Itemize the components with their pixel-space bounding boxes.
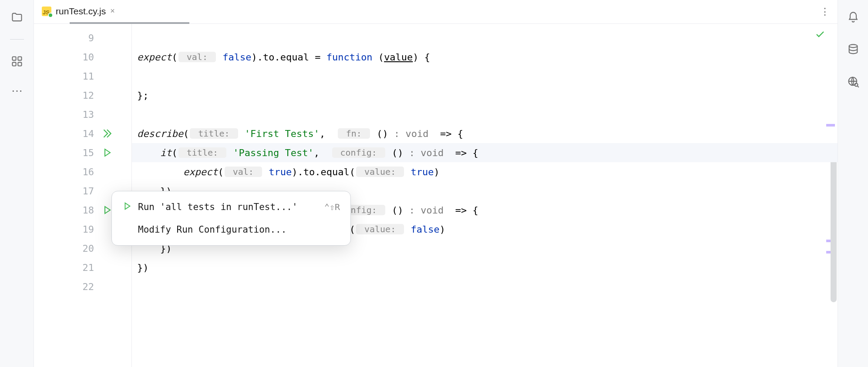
line-number: 9 [34, 33, 98, 43]
svg-rect-3 [18, 62, 21, 66]
menu-item-shortcut: ⌃⇧R [324, 202, 340, 212]
code-line[interactable]: expect( val: true).to.equal( value: true… [132, 162, 838, 181]
tab-more-icon[interactable]: ⋮ [820, 0, 830, 23]
close-icon[interactable]: × [110, 7, 115, 16]
gutter-row: 9 [34, 28, 131, 47]
line-number: 19 [34, 224, 98, 235]
play-icon [122, 224, 132, 235]
database-icon[interactable] [845, 42, 861, 57]
svg-rect-2 [12, 62, 16, 66]
gutter-row: 10 [34, 47, 131, 67]
js-file-icon: JS [42, 7, 51, 16]
gutter-row: 21 [34, 258, 131, 277]
context-menu-item[interactable]: Modify Run Configuration... [112, 218, 350, 241]
gutter-row: 11 [34, 67, 131, 86]
code-line[interactable]: expect( val: false).to.equal = function … [132, 47, 838, 67]
gutter-row: 14 [34, 124, 131, 143]
editor-tab-active[interactable]: JS runTest.cy.js × [34, 0, 123, 23]
web-search-icon[interactable] [845, 74, 861, 90]
run-gutter-icon[interactable] [98, 128, 116, 139]
editor-tabbar: JS runTest.cy.js × ⋮ [34, 0, 838, 24]
folder-icon[interactable] [9, 10, 25, 25]
context-menu-item[interactable]: Run 'all tests in runTest...'⌃⇧R [112, 196, 350, 218]
line-number: 11 [34, 71, 98, 82]
line-number: 20 [34, 243, 98, 254]
line-number: 16 [34, 167, 98, 177]
line-number: 13 [34, 109, 98, 120]
sidebar-divider [10, 39, 24, 40]
line-number: 22 [34, 281, 98, 292]
play-icon [122, 201, 132, 213]
editor: 910111213141516171819202122 expect( val:… [34, 24, 838, 367]
svg-point-4 [849, 44, 857, 47]
left-tool-sidebar: ⋯ [0, 0, 34, 367]
line-number: 18 [34, 205, 98, 216]
structure-icon[interactable] [9, 53, 25, 69]
line-number: 21 [34, 262, 98, 273]
svg-rect-0 [12, 57, 16, 60]
gutter-row: 12 [34, 86, 131, 105]
code-line[interactable]: it( title: 'Passing Test', config: () : … [132, 143, 838, 162]
main-area: JS runTest.cy.js × ⋮ 9101112131415161718… [34, 0, 838, 367]
line-number: 12 [34, 90, 98, 101]
line-number: 15 [34, 147, 98, 158]
notifications-icon[interactable] [845, 10, 861, 25]
right-tool-sidebar [838, 0, 868, 367]
gutter-row: 16 [34, 162, 131, 181]
code-line[interactable] [132, 277, 838, 296]
run-context-menu: Run 'all tests in runTest...'⌃⇧RModify R… [111, 191, 351, 246]
line-number: 17 [34, 186, 98, 197]
menu-item-label: Run 'all tests in runTest...' [138, 202, 298, 212]
menu-item-label: Modify Run Configuration... [138, 224, 286, 235]
line-number: 14 [34, 128, 98, 139]
code-line[interactable] [132, 28, 838, 47]
gutter-row: 15 [34, 143, 131, 162]
code-line[interactable]: describe( title: 'First Tests', fn: () :… [132, 124, 838, 143]
gutter-row: 13 [34, 105, 131, 124]
code-line[interactable]: }) [132, 258, 838, 277]
more-icon[interactable]: ⋯ [9, 83, 25, 99]
run-gutter-icon[interactable] [98, 147, 116, 158]
gutter-row: 22 [34, 277, 131, 296]
tab-filename: runTest.cy.js [56, 6, 106, 17]
code-line[interactable] [132, 105, 838, 124]
line-number: 10 [34, 52, 98, 63]
code-line[interactable]: }; [132, 86, 838, 105]
svg-rect-1 [18, 57, 21, 60]
code-line[interactable] [132, 67, 838, 86]
